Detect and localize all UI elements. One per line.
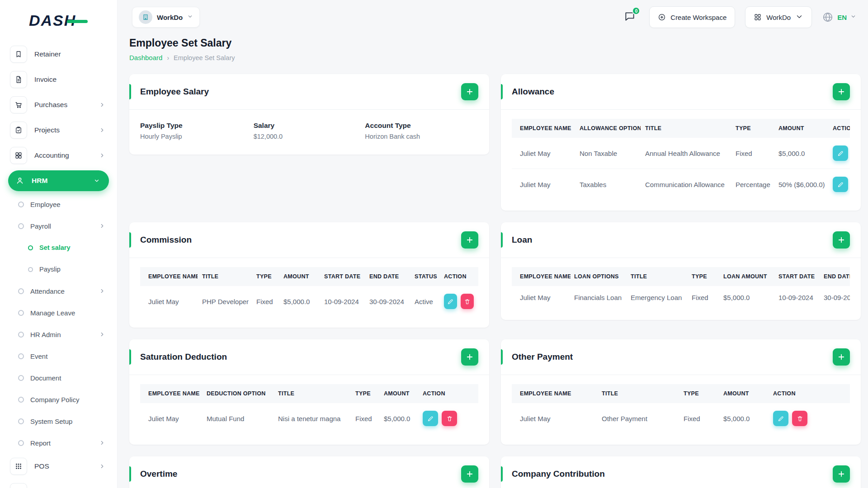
sidebar-item-system-setup[interactable]: System Setup	[0, 410, 117, 432]
add-employee-salary-button[interactable]	[461, 83, 478, 100]
table-cell: 10-09-2024	[320, 286, 365, 317]
table-cell: Annual Health Allowance	[641, 138, 731, 169]
sidebar-item-label: Attendance	[30, 287, 65, 295]
saturation-deduction-table-wrap: Employee Name Deduction Option Title Typ…	[140, 384, 478, 434]
column-header: Type	[252, 267, 279, 286]
other-payment-table: Employee Name Title Type Amount Action J…	[512, 384, 850, 434]
trash-icon	[797, 415, 803, 422]
main-area: WorkDo 0 Create Workspace WorkDo	[118, 0, 868, 488]
overtime-card: Overtime	[129, 456, 489, 488]
topbar: WorkDo 0 Create Workspace WorkDo	[118, 0, 868, 34]
topbar-right: 0 Create Workspace WorkDo EN	[624, 6, 856, 28]
column-header: Title	[627, 267, 688, 286]
field-value: Horizon Bank cash	[365, 133, 478, 140]
chevron-down-icon	[187, 13, 193, 21]
add-commission-button[interactable]	[461, 231, 478, 249]
edit-button[interactable]	[423, 411, 438, 426]
edit-button[interactable]	[833, 177, 848, 192]
sidebar-item-invoice[interactable]: Invoice	[0, 67, 117, 92]
sidebar-item-label: Accounting	[34, 151, 69, 160]
add-overtime-button[interactable]	[461, 465, 478, 483]
add-other-payment-button[interactable]	[833, 348, 850, 366]
retainer-bookmark-icon	[10, 46, 27, 63]
sidebar-item-label: Invoice	[34, 75, 57, 84]
field-value: $12,000.0	[254, 133, 365, 140]
create-workspace-button[interactable]: Create Workspace	[649, 6, 735, 28]
brand-logo[interactable]: DASH	[29, 12, 92, 31]
sidebar-item-report[interactable]: Report	[0, 432, 117, 454]
table-row: Juliet May Non Taxable Annual Health All…	[512, 138, 850, 169]
workspace-switcher[interactable]: WorkDo	[132, 7, 200, 28]
pencil-icon	[778, 415, 784, 422]
language-selector[interactable]: EN	[822, 11, 856, 23]
chevron-right-icon	[99, 288, 105, 294]
messages-button[interactable]: 0	[624, 10, 636, 24]
delete-button[interactable]	[461, 294, 474, 309]
sidebar-item-document[interactable]: Document	[0, 367, 117, 389]
sidebar-item-event[interactable]: Event	[0, 345, 117, 367]
grid-icon	[754, 13, 762, 21]
sidebar-item-payroll[interactable]: Payroll	[0, 215, 117, 237]
sidebar-nav: Retainer Invoice Purchases Projects	[0, 39, 117, 488]
sidebar: DASH Retainer Invoice Purchases Projects	[0, 0, 118, 488]
plus-circle-icon	[658, 13, 666, 21]
sidebar-item-crm[interactable]: CRM	[0, 479, 117, 488]
add-saturation-deduction-button[interactable]	[461, 348, 478, 366]
chevron-right-icon	[99, 102, 105, 108]
sidebar-item-set-salary[interactable]: Set salary	[0, 237, 117, 258]
sidebar-item-manage-leave[interactable]: Manage Leave	[0, 302, 117, 324]
add-company-contribution-button[interactable]	[833, 465, 850, 483]
table-cell: Fixed	[688, 286, 720, 309]
sidebar-item-projects[interactable]: Projects	[0, 117, 117, 143]
sidebar-item-company-policy[interactable]: Company Policy	[0, 389, 117, 410]
table-cell: Communication Allowance	[641, 169, 731, 200]
edit-button[interactable]	[444, 294, 457, 309]
edit-button[interactable]	[773, 411, 788, 426]
sidebar-item-accounting[interactable]: Accounting	[0, 143, 117, 168]
card-title: Commission	[140, 235, 192, 245]
sidebar-item-pos[interactable]: POS	[0, 454, 117, 479]
column-header: Employee Name	[140, 384, 202, 403]
breadcrumb: Dashboard › Employee Set Salary	[129, 54, 861, 61]
sidebar-item-hr-admin[interactable]: HR Admin	[0, 324, 117, 345]
language-code: EN	[837, 14, 847, 21]
card-header: Loan	[501, 222, 861, 258]
account-type-field: Account Type Horizon Bank cash	[365, 122, 478, 140]
add-allowance-button[interactable]	[833, 83, 850, 100]
edit-button[interactable]	[833, 145, 848, 161]
card-accent-bar	[501, 349, 503, 365]
delete-button[interactable]	[442, 411, 457, 426]
workdo-apps-menu-button[interactable]: WorkDo	[745, 6, 812, 28]
table-cell: Percentage	[731, 169, 774, 200]
sidebar-item-retainer[interactable]: Retainer	[0, 42, 117, 67]
card-accent-bar	[129, 84, 131, 99]
column-header: Type	[731, 119, 774, 138]
delete-button[interactable]	[792, 411, 807, 426]
sidebar-item-employee[interactable]: Employee	[0, 193, 117, 215]
commission-table-wrap: Employee Name Title Type Amount Start Da…	[140, 267, 478, 317]
table-cell: Nisi a tenetur magna	[274, 403, 351, 434]
table-header-row: Employee Name Title Type Amount Action	[512, 384, 850, 403]
breadcrumb-dashboard-link[interactable]: Dashboard	[129, 54, 162, 61]
sidebar-item-attendance[interactable]: Attendance	[0, 280, 117, 302]
chevron-right-icon	[99, 440, 105, 446]
card-header: Allowance	[501, 74, 861, 110]
column-header: Type	[679, 384, 719, 403]
table-cell: $5,000.0	[774, 138, 828, 169]
card-accent-bar	[501, 466, 503, 482]
sidebar-item-payslip[interactable]: Payslip	[0, 258, 117, 280]
add-loan-button[interactable]	[833, 231, 850, 249]
card-title: Company Contribution	[512, 469, 605, 479]
sidebar-item-purchases[interactable]: Purchases	[0, 92, 117, 117]
globe-icon	[822, 11, 834, 23]
sidebar-item-hrm[interactable]: HRM	[8, 170, 109, 191]
card-header: Employee Salary	[129, 74, 489, 110]
sidebar-item-label: Retainer	[34, 50, 61, 58]
table-row: Juliet May Mutual Fund Nisi a tenetur ma…	[140, 403, 478, 434]
sidebar-item-label: Projects	[34, 126, 60, 134]
page-content: Employee Set Salary Dashboard › Employee…	[118, 34, 868, 488]
column-header: Type	[351, 384, 379, 403]
pencil-icon	[447, 298, 454, 305]
table-cell-status: Active	[410, 286, 439, 317]
loan-card: Loan Employee Name Loan Options Title Ty…	[501, 222, 861, 320]
